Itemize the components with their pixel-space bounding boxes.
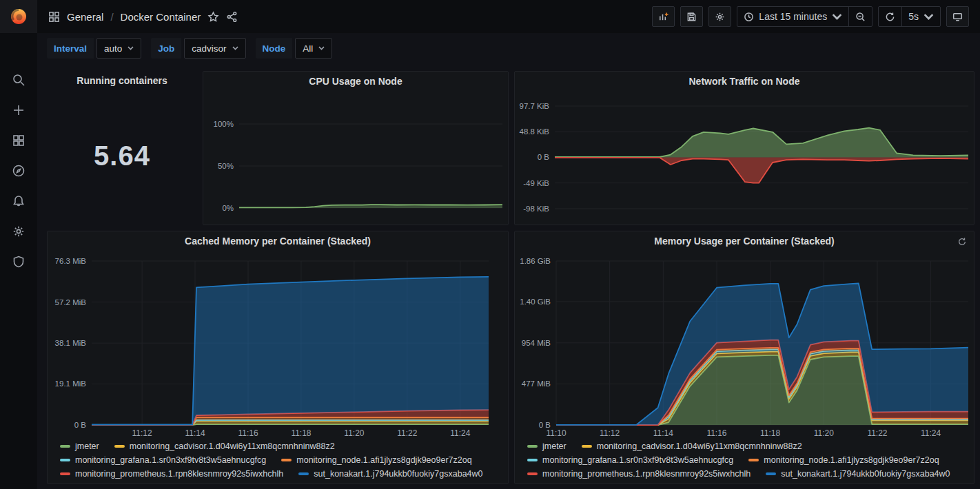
panel-memory-usage: Memory Usage per Container (Stacked) 11:… [514, 231, 974, 484]
chevron-down-icon [318, 46, 325, 50]
zoom-out-button[interactable] [848, 7, 872, 26]
dashboard-settings-button[interactable] [708, 6, 731, 27]
memory-canvas: 11:1011:1211:1411:1611:1811:2011:2211:24… [515, 251, 974, 438]
template-variables-row: Interval auto Job cadvisor Node All [37, 33, 980, 63]
legend-swatch-icon [582, 445, 592, 448]
zoom-out-icon [855, 12, 866, 22]
legend-series-name: monitoring_node.1.afi1jlyzs8gdjk9eo9er7z… [764, 455, 939, 465]
refresh-button[interactable] [879, 7, 901, 26]
add-panel-icon [658, 12, 668, 22]
x-axis-label: 11:16 [238, 428, 258, 438]
refresh-interval-button[interactable]: 5s [901, 7, 940, 26]
stat-value: 5.64 [47, 90, 197, 194]
y-axis-label: 1.86 GiB [520, 257, 551, 265]
memory-usage-chart[interactable]: 11:1011:1211:1411:1611:1811:2011:2211:24… [515, 251, 974, 438]
legend-item[interactable]: monitoring_prometheus.1.rpn8klesnmroy92s… [527, 469, 751, 479]
variable-label: Job [151, 38, 181, 59]
alerting-bell-icon[interactable] [12, 194, 25, 208]
x-axis-label: 11:12 [132, 428, 152, 438]
series-area-sut_konakart.1.j794ukkb0fuokiy7gsxaba4w0 [92, 277, 489, 425]
refresh-interval-label: 5s [908, 11, 919, 22]
add-panel-button[interactable] [652, 6, 675, 27]
legend-item[interactable]: jmeter [60, 441, 99, 451]
dashboards-icon[interactable] [12, 134, 25, 147]
admin-shield-icon[interactable] [12, 255, 25, 269]
legend-series-name: sut_konakart.1.j794ukkb0fuokiy7gsxaba4w0 [314, 469, 482, 479]
star-icon[interactable] [207, 11, 219, 23]
network-traffic-chart[interactable]: 97.7 KiB48.8 KiB0 B-49 KiB-98 KiB [515, 92, 974, 226]
time-range-button[interactable]: Last 15 minutes [737, 7, 848, 26]
x-axis-label: 11:18 [760, 428, 780, 438]
legend-item[interactable]: sut_konakart.1.j794ukkb0fuokiy7gsxaba4w0 [766, 469, 950, 479]
x-axis-label: 11:12 [600, 428, 620, 438]
y-axis-label: 48.8 KiB [520, 127, 550, 136]
legend-series-name: monitoring_grafana.1.sr0n3xf9tv8t3w5aehn… [542, 455, 733, 465]
variable-value-dropdown[interactable]: auto [96, 38, 141, 59]
legend-swatch-icon [748, 459, 759, 461]
panel-title[interactable]: Cached Memory per Container (Stacked) [48, 231, 508, 251]
panel-title[interactable]: Network Traffic on Node [515, 72, 974, 91]
y-axis-label: 0% [222, 204, 234, 212]
panel-network-traffic: Network Traffic on Node 97.7 KiB48.8 KiB… [514, 71, 974, 225]
y-axis-label: 19.1 MiB [55, 379, 87, 388]
monitor-icon [952, 12, 963, 22]
legend-item[interactable]: monitoring_grafana.1.sr0n3xf9tv8t3w5aehn… [527, 455, 733, 465]
y-axis-label: 38.1 MiB [55, 339, 87, 347]
legend-item[interactable]: monitoring_node.1.afi1jlyzs8gdjk9eo9er7z… [281, 455, 471, 465]
legend-series-name: jmeter [75, 441, 99, 451]
y-axis-label: 1.40 GiB [520, 298, 551, 306]
legend-item[interactable]: monitoring_prometheus.1.rpn8klesnmroy92s… [60, 469, 283, 479]
save-icon [686, 12, 697, 22]
legend-row: jmetermonitoring_cadvisor.1.d04wi6y11xm8… [60, 439, 508, 453]
search-icon[interactable] [12, 73, 25, 87]
y-axis-label: 50% [218, 162, 234, 170]
configuration-gear-icon[interactable] [12, 225, 25, 238]
series-area-received [555, 128, 968, 158]
cached-memory-chart[interactable]: 11:1211:1411:1611:1811:2011:2211:2476.3 … [48, 251, 508, 438]
cpu-usage-chart[interactable]: 100%50%0% [203, 92, 508, 226]
legend-series-name: monitoring_cadvisor.1.d04wi6y11xm8qcmnhn… [597, 441, 802, 451]
panel-title[interactable]: CPU Usage on Node [203, 72, 508, 91]
legend-item[interactable]: monitoring_cadvisor.1.d04wi6y11xm8qcmnhn… [114, 441, 335, 451]
variable-job: Job cadvisor [151, 38, 245, 59]
legend-series-name: jmeter [542, 441, 566, 451]
variable-value-dropdown[interactable]: All [295, 38, 332, 59]
legend-row: jmetermonitoring_cadvisor.1.d04wi6y11xm8… [527, 439, 974, 453]
legend-swatch-icon [114, 445, 125, 448]
x-axis-label: 11:24 [450, 428, 470, 438]
breadcrumb-page-title[interactable]: Docker Container [121, 11, 201, 23]
plus-icon[interactable] [12, 103, 25, 117]
y-axis-label: 954 MiB [522, 339, 551, 347]
variable-value: auto [104, 43, 122, 54]
panel-refresh-icon[interactable] [957, 237, 967, 247]
grafana-logo[interactable] [0, 0, 37, 33]
x-axis-label: 11:18 [291, 428, 311, 438]
explore-compass-icon[interactable] [12, 164, 25, 178]
variable-value-dropdown[interactable]: cadvisor [184, 38, 245, 59]
legend-item[interactable]: monitoring_cadvisor.1.d04wi6y11xm8qcmnhn… [582, 441, 802, 451]
breadcrumb-section[interactable]: General [67, 11, 103, 23]
save-dashboard-button[interactable] [680, 6, 703, 27]
grafana-flame-icon [9, 7, 28, 26]
variable-node: Node All [256, 38, 333, 59]
chevron-down-icon [832, 12, 842, 22]
variable-label: Node [256, 38, 293, 59]
time-picker: Last 15 minutes [737, 6, 872, 27]
tv-mode-button[interactable] [946, 6, 969, 27]
legend-swatch-icon [60, 445, 70, 448]
cached-canvas: 11:1211:1411:1611:1811:2011:2211:2476.3 … [48, 251, 508, 438]
x-axis-label: 11:20 [814, 428, 834, 438]
legend-item[interactable]: sut_konakart.1.j794ukkb0fuokiy7gsxaba4w0 [298, 469, 482, 479]
legend-item[interactable]: monitoring_node.1.afi1jlyzs8gdjk9eo9er7z… [748, 455, 939, 465]
legend-swatch-icon [766, 472, 776, 475]
y-axis-label: 0 B [74, 421, 87, 429]
panel-cpu-usage: CPU Usage on Node 100%50%0% [203, 71, 509, 225]
legend-item[interactable]: monitoring_grafana.1.sr0n3xf9tv8t3w5aehn… [60, 455, 266, 465]
legend-swatch-icon [527, 459, 538, 461]
legend-row: monitoring_grafana.1.sr0n3xf9tv8t3w5aehn… [527, 453, 974, 467]
chevron-down-icon [232, 46, 238, 50]
legend-row: monitoring_prometheus.1.rpn8klesnmroy92s… [527, 467, 974, 481]
share-icon[interactable] [226, 11, 238, 23]
panel-title[interactable]: Memory Usage per Container (Stacked) [515, 231, 974, 251]
legend-item[interactable]: jmeter [527, 441, 566, 451]
